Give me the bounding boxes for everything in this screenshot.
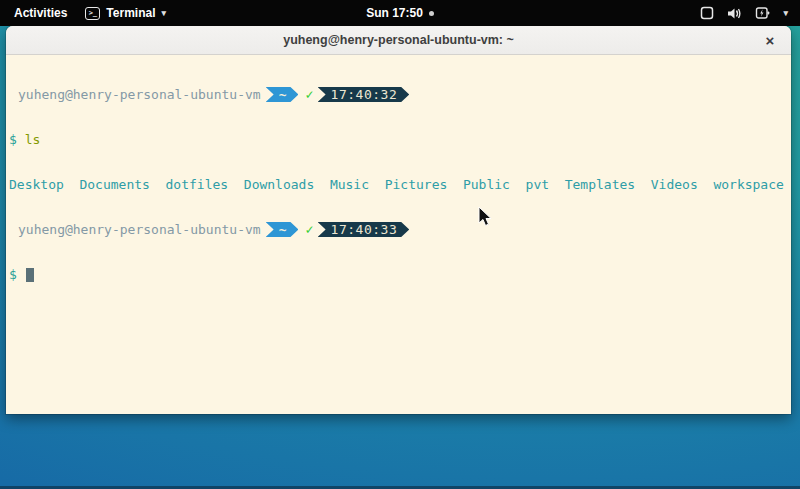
prompt-symbol: $ bbox=[9, 132, 17, 147]
clock[interactable]: Sun 17:50 bbox=[366, 6, 423, 20]
window-titlebar[interactable]: yuheng@henry-personal-ubuntu-vm: ~ × bbox=[6, 26, 791, 55]
current-input-line[interactable]: $ bbox=[9, 267, 789, 282]
app-menu-label: Terminal bbox=[106, 6, 155, 20]
notification-dot bbox=[429, 11, 434, 16]
window-title: yuheng@henry-personal-ubuntu-vm: ~ bbox=[283, 33, 514, 47]
terminal-cursor bbox=[26, 268, 34, 282]
prompt-user-host: yuheng@henry-personal-ubuntu-vm bbox=[9, 87, 261, 102]
powerline-time-segment: 17:40:33 bbox=[318, 222, 410, 237]
command-line: $ ls bbox=[9, 132, 789, 147]
check-icon: ✓ bbox=[305, 87, 313, 102]
system-status-area[interactable]: ▾ bbox=[700, 6, 800, 20]
prompt-symbol: $ bbox=[9, 267, 17, 282]
battery-charging-icon bbox=[755, 6, 770, 20]
display-icon bbox=[700, 6, 714, 20]
prompt-line: yuheng@henry-personal-ubuntu-vm~✓17:40:3… bbox=[9, 87, 789, 102]
terminal-window: yuheng@henry-personal-ubuntu-vm: ~ × yuh… bbox=[6, 26, 791, 414]
volume-icon bbox=[727, 7, 742, 20]
chevron-down-icon: ▾ bbox=[783, 8, 788, 18]
close-icon[interactable]: × bbox=[759, 29, 781, 51]
command-text: ls bbox=[25, 132, 41, 147]
top-bar: Activities >_ Terminal ▾ Sun 17:50 ▾ bbox=[0, 0, 800, 26]
prompt-line: yuheng@henry-personal-ubuntu-vm~✓17:40:3… bbox=[9, 222, 789, 237]
desktop-background: yuheng@henry-personal-ubuntu-vm: ~ × yuh… bbox=[0, 26, 800, 489]
powerline-cwd-segment: ~ bbox=[266, 87, 299, 102]
powerline-cwd-segment: ~ bbox=[266, 222, 299, 237]
powerline-time-segment: 17:40:32 bbox=[318, 87, 410, 102]
prompt-user-host: yuheng@henry-personal-ubuntu-vm bbox=[9, 222, 261, 237]
ls-output: Desktop Documents dotfiles Downloads Mus… bbox=[9, 177, 789, 192]
activities-button[interactable]: Activities bbox=[10, 4, 71, 22]
app-menu[interactable]: >_ Terminal ▾ bbox=[85, 6, 166, 20]
terminal-content[interactable]: yuheng@henry-personal-ubuntu-vm~✓17:40:3… bbox=[6, 55, 791, 413]
chevron-down-icon: ▾ bbox=[161, 8, 166, 18]
check-icon: ✓ bbox=[305, 222, 313, 237]
terminal-icon: >_ bbox=[85, 7, 100, 20]
